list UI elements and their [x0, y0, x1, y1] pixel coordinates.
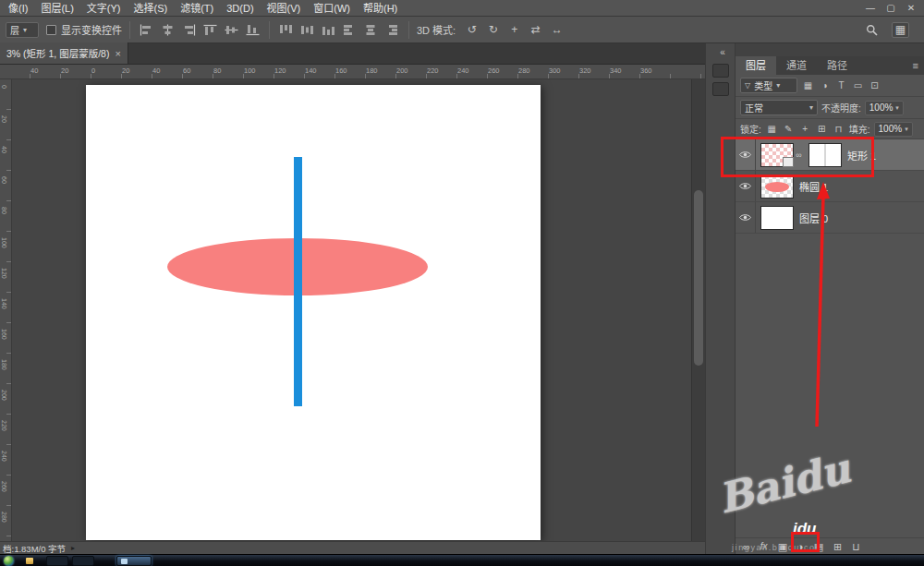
search-icon[interactable] — [863, 22, 881, 38]
menu-layer[interactable]: 图层(L) — [34, 0, 79, 17]
visibility-toggle[interactable] — [736, 202, 756, 233]
ruler-tick: 360 — [640, 66, 652, 75]
scale-3d-icon[interactable]: ↔ — [548, 22, 565, 38]
panel-header-strip — [736, 43, 924, 56]
ruler-tick: 200 — [396, 66, 408, 75]
lock-buttons: ▦✎+⊞⊓ — [765, 122, 845, 136]
separator — [129, 21, 130, 39]
document-canvas[interactable] — [86, 85, 541, 540]
shape-filter-icon[interactable]: ▭ — [851, 78, 865, 92]
opacity-value: 100% — [869, 102, 894, 113]
options-right-icons: ▦ — [863, 22, 918, 38]
auto-select-value: 层 — [10, 23, 19, 37]
panel-tab-paths[interactable]: 路径 — [817, 56, 857, 75]
orbit-3d-icon[interactable]: ↺ — [463, 22, 480, 38]
taskbar-app-button[interactable] — [46, 556, 68, 566]
align-right-edges-icon[interactable] — [180, 22, 198, 38]
docked-panel-icon[interactable] — [712, 82, 729, 96]
taskbar-app-button[interactable] — [72, 556, 94, 566]
ruler-tick: 260 — [1, 481, 7, 492]
3d-mode-label: 3D 模式: — [417, 22, 456, 37]
layer-style-icon[interactable]: fx — [760, 538, 768, 555]
menu-3d[interactable]: 3D(D) — [220, 0, 260, 17]
roll-3d-icon[interactable]: ↻ — [484, 22, 502, 38]
distribute-bottom-icon[interactable] — [320, 22, 337, 38]
distribute-left-icon[interactable] — [341, 22, 359, 38]
docked-panel-icon[interactable] — [712, 64, 729, 78]
lock-artboard-icon[interactable]: ⊞ — [815, 122, 829, 136]
lock-pixels-icon[interactable]: ✎ — [782, 122, 796, 136]
align-top-edges-icon[interactable] — [201, 22, 219, 38]
document-tab[interactable]: 3% (矩形 1, 图层蒙版/8) × — [0, 42, 128, 64]
menu-type[interactable]: 文字(Y) — [80, 0, 128, 17]
menu-image[interactable]: 像(I) — [2, 0, 34, 17]
layer-thumbnail[interactable] — [760, 175, 794, 199]
smart-object-filter-icon[interactable]: ⊡ — [868, 78, 881, 92]
panel-tab-channels[interactable]: 通道 — [776, 56, 817, 75]
layer-thumbnail[interactable] — [760, 206, 794, 230]
quick-launch-icon[interactable] — [26, 558, 33, 564]
layer-row[interactable]: 图层 0 — [736, 202, 924, 234]
link-layers-icon[interactable]: ∞ — [743, 538, 750, 555]
lock-position-icon[interactable]: + — [798, 122, 812, 136]
close-button[interactable]: ✕ — [906, 3, 917, 13]
distribute-vertical-centers-icon[interactable] — [298, 22, 316, 38]
ruler-tick: 320 — [579, 66, 591, 75]
new-layer-icon[interactable]: ⊞ — [833, 538, 842, 555]
ruler-tick: 160 — [335, 66, 347, 75]
ruler-tick: 240 — [1, 451, 7, 462]
collapse-panels-button[interactable]: « — [713, 47, 732, 58]
distribute-right-icon[interactable] — [383, 22, 401, 38]
filter-kind-select[interactable]: ▽ 类型 — [740, 78, 797, 93]
document-size-text: 档:1.83M/0 字节 — [3, 542, 66, 555]
pixel-filter-icon[interactable]: ▦ — [801, 78, 815, 92]
blend-mode-row: 正常 不透明度: 100% — [736, 97, 924, 119]
align-left-edges-icon[interactable] — [138, 22, 155, 38]
ruler-tick: 120 — [1, 268, 7, 279]
distribute-horizontal-centers-icon[interactable] — [362, 22, 380, 38]
blend-mode-select[interactable]: 正常 — [740, 100, 818, 115]
status-menu-arrow-icon[interactable]: ▸ — [71, 544, 75, 552]
lock-all-icon[interactable]: ⊓ — [832, 122, 845, 136]
workspace-switcher-icon[interactable]: ▦ — [892, 22, 909, 38]
align-horizontal-centers-icon[interactable] — [159, 22, 176, 38]
distribute-top-icon[interactable] — [277, 22, 295, 38]
panel-tab-layers[interactable]: 图层 — [736, 56, 776, 75]
drag-3d-icon[interactable]: + — [505, 22, 523, 38]
minimize-button[interactable]: — — [865, 3, 876, 13]
maximize-button[interactable]: ▢ — [885, 3, 896, 13]
window-controls: —▢✕ — [865, 3, 924, 13]
lock-label: 锁定: — [740, 122, 761, 136]
ruler-tick: 140 — [305, 66, 317, 75]
ruler-tick: 40 — [30, 66, 38, 75]
auto-select-dropdown[interactable]: 层 — [6, 22, 39, 38]
ruler-tick: 40 — [152, 66, 160, 75]
show-transform-checkbox[interactable]: 显示变换控件 — [46, 22, 122, 37]
align-vertical-centers-icon[interactable] — [223, 22, 240, 38]
menu-window[interactable]: 窗口(W) — [307, 0, 357, 17]
vertical-scrollbar[interactable] — [691, 79, 705, 541]
separator — [408, 21, 409, 39]
start-button[interactable] — [4, 556, 14, 566]
menu-select[interactable]: 选择(S) — [128, 0, 175, 17]
lock-transparent-icon[interactable]: ▦ — [765, 122, 779, 136]
align-bottom-edges-icon[interactable] — [244, 22, 261, 38]
fill-field[interactable]: 100% — [874, 122, 913, 137]
ruler-tick: 80 — [213, 66, 221, 75]
scrollbar-thumb[interactable] — [694, 190, 703, 366]
menu-help[interactable]: 帮助(H) — [357, 0, 404, 17]
type-filter-icon[interactable]: T — [834, 78, 848, 92]
ruler-tick: 100 — [1, 237, 7, 248]
menu-filter[interactable]: 滤镜(T) — [174, 0, 220, 17]
photoshop-window: 像(I)图层(L)文字(Y)选择(S)滤镜(T)3D(D)视图(V)窗口(W)帮… — [0, 0, 924, 566]
opacity-field[interactable]: 100% — [865, 101, 904, 115]
delete-layer-icon[interactable]: ⊔ — [852, 538, 860, 555]
adjustment-filter-icon[interactable]: ◑ — [818, 78, 832, 92]
separator — [269, 21, 270, 39]
menu-view[interactable]: 视图(V) — [261, 0, 308, 17]
tab-close-button[interactable]: × — [115, 48, 120, 59]
layer-mask-icon[interactable]: ▣ — [778, 538, 787, 555]
panel-menu-icon[interactable]: ≡ — [907, 56, 924, 75]
slide-3d-icon[interactable]: ⇄ — [527, 22, 544, 38]
taskbar-app-button-active[interactable] — [116, 556, 152, 566]
